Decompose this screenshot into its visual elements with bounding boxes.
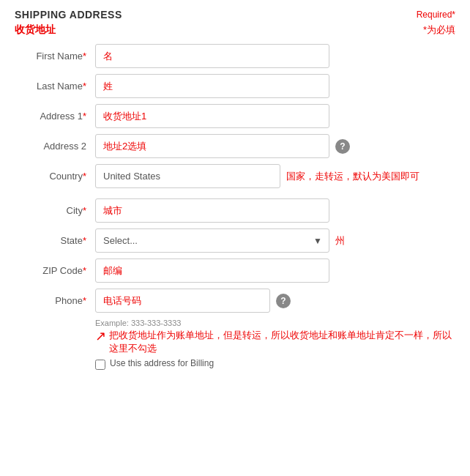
billing-annotation-row: ↗ 把收货地址作为账单地址，但是转运，所以收货地址和账单地址肯定不一样，所以这里…	[15, 329, 455, 355]
state-annotation: 州	[335, 234, 345, 248]
country-annotation: 国家，走转运，默认为美国即可	[286, 170, 455, 183]
city-label: City*	[15, 205, 95, 216]
last-name-label: Last Name*	[15, 81, 95, 92]
phone-help-icon[interactable]: ?	[276, 294, 291, 308]
last-name-input[interactable]	[95, 74, 329, 98]
billing-label: Use this address for Billing	[110, 358, 214, 368]
subtitle-cn: 收货地址	[15, 23, 56, 37]
billing-checkbox[interactable]	[95, 360, 105, 370]
address2-label: Address 2	[15, 141, 95, 152]
zipcode-row: ZIP Code*	[15, 259, 455, 283]
address2-input[interactable]	[95, 134, 329, 158]
country-row: Country* United States 国家，走转运，默认为美国即可	[15, 164, 455, 188]
first-name-label: First Name*	[15, 51, 95, 62]
phone-input[interactable]	[95, 289, 270, 313]
phone-row: Phone* ?	[15, 289, 455, 313]
required-label: Required*	[417, 10, 455, 20]
state-select-wrapper: Select... Alabama Alaska Arizona Califor…	[95, 228, 329, 253]
first-name-row: First Name*	[15, 44, 455, 68]
country-label: Country*	[15, 171, 95, 182]
phone-example: Example: 333-333-3333	[15, 319, 455, 327]
first-name-input[interactable]	[95, 44, 329, 68]
last-name-row: Last Name*	[15, 74, 455, 98]
address1-input[interactable]	[95, 104, 329, 128]
city-row: City*	[15, 198, 455, 223]
billing-annotation-text: 把收货地址作为账单地址，但是转运，所以收货地址和账单地址肯定不一样，所以这里不勾…	[109, 329, 455, 355]
zipcode-label: ZIP Code*	[15, 265, 95, 276]
address1-label: Address 1*	[15, 111, 95, 122]
required-cn: *为必填	[423, 23, 455, 37]
address1-row: Address 1*	[15, 104, 455, 128]
phone-label: Phone*	[15, 295, 95, 306]
address2-row: Address 2 ?	[15, 134, 455, 158]
state-row: State* Select... Alabama Alaska Arizona …	[15, 228, 455, 253]
zipcode-input[interactable]	[95, 259, 329, 283]
country-value: United States	[103, 171, 160, 182]
red-arrow-icon: ↗	[95, 329, 106, 345]
state-select[interactable]: Select... Alabama Alaska Arizona Califor…	[95, 228, 329, 253]
state-label: State*	[15, 235, 95, 246]
city-input[interactable]	[95, 198, 329, 223]
billing-row: Use this address for Billing	[15, 358, 455, 370]
section-title: SHIPPING ADDRESS	[15, 9, 122, 21]
address2-help-icon[interactable]: ?	[335, 139, 350, 154]
country-display[interactable]: United States	[95, 164, 280, 188]
